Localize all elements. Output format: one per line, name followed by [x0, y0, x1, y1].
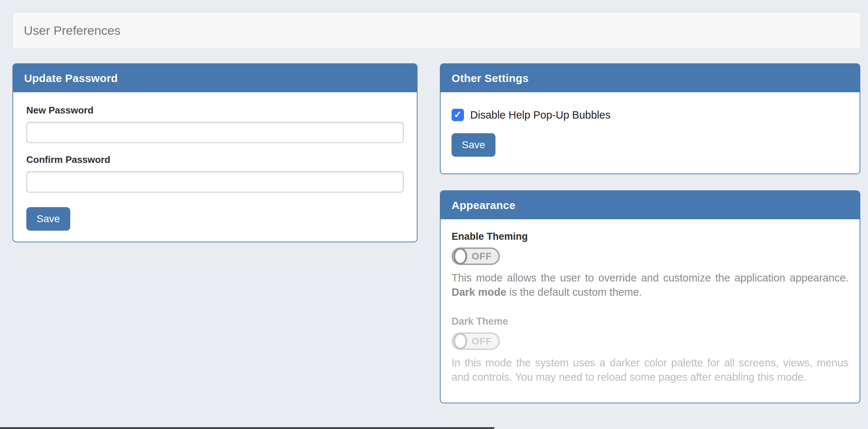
new-password-label: New Password — [26, 105, 404, 116]
other-settings-save-button[interactable]: Save — [452, 133, 495, 157]
enable-theming-label: Enable Theming — [452, 231, 849, 242]
toggle-knob-icon — [453, 248, 467, 265]
update-password-panel-header: Update Password — [13, 64, 417, 92]
appearance-panel-title: Appearance — [452, 199, 516, 212]
new-password-input[interactable] — [26, 122, 404, 143]
panels-row: Update Password New Password Confirm Pas… — [12, 63, 861, 403]
enable-theming-toggle[interactable]: OFF — [452, 247, 500, 265]
left-column: Update Password New Password Confirm Pas… — [12, 63, 418, 242]
other-settings-panel-title: Other Settings — [452, 72, 529, 85]
window-bottom-edge — [0, 427, 494, 429]
dark-theme-toggle-state: OFF — [472, 336, 492, 347]
other-settings-panel: Other Settings ✓ Disable Help Pop-Up Bub… — [440, 63, 860, 174]
update-password-panel-body: New Password Confirm Password Save — [13, 92, 417, 231]
enable-theming-toggle-state: OFF — [472, 251, 492, 262]
dark-theme-toggle: OFF — [452, 332, 500, 350]
update-password-panel: Update Password New Password Confirm Pas… — [12, 63, 418, 242]
page-title: User Preferences — [24, 23, 121, 38]
other-settings-panel-body: ✓ Disable Help Pop-Up Bubbles Save — [441, 92, 860, 157]
right-column: Other Settings ✓ Disable Help Pop-Up Bub… — [440, 63, 860, 403]
disable-help-popups-label[interactable]: Disable Help Pop-Up Bubbles — [470, 109, 611, 121]
disable-help-popups-checkbox[interactable]: ✓ — [452, 109, 464, 121]
other-settings-panel-header: Other Settings — [441, 64, 860, 92]
confirm-password-input[interactable] — [26, 171, 404, 193]
checkmark-icon: ✓ — [454, 110, 462, 119]
enable-theming-description-bold: Dark mode — [452, 286, 506, 298]
toggle-knob-icon — [453, 333, 467, 350]
dark-theme-group: Dark Theme OFF In this mode the system u… — [452, 316, 849, 384]
appearance-panel-header: Appearance — [441, 191, 860, 219]
update-password-panel-title: Update Password — [24, 72, 118, 85]
confirm-password-label: Confirm Password — [26, 154, 404, 165]
enable-theming-description: This mode allows the user to override an… — [452, 271, 849, 299]
appearance-panel: Appearance Enable Theming OFF This mode … — [440, 190, 860, 403]
enable-theming-description-part2: is the default custom theme. — [506, 286, 642, 298]
disable-help-popups-row: ✓ Disable Help Pop-Up Bubbles — [452, 109, 849, 121]
page-header: User Preferences — [12, 12, 861, 49]
enable-theming-group: Enable Theming OFF This mode allows the … — [452, 231, 849, 299]
dark-theme-label: Dark Theme — [452, 316, 849, 327]
update-password-save-button[interactable]: Save — [26, 207, 70, 231]
appearance-panel-body: Enable Theming OFF This mode allows the … — [441, 219, 860, 384]
enable-theming-description-part1: This mode allows the user to override an… — [452, 272, 849, 284]
dark-theme-description: In this mode the system uses a darker co… — [452, 356, 849, 384]
page-content: User Preferences Update Password New Pas… — [12, 12, 861, 403]
